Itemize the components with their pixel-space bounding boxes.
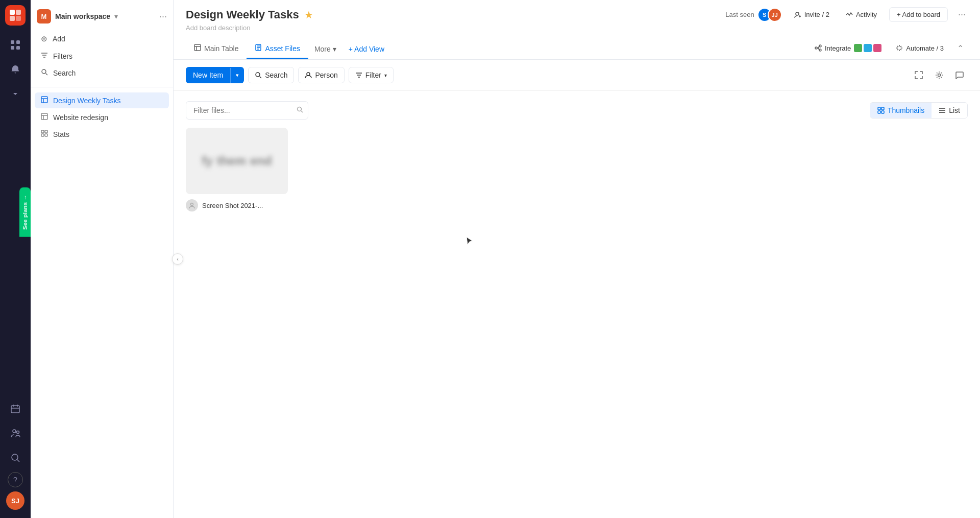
svg-rect-7 — [16, 46, 20, 50]
integrate-dot-2 — [864, 44, 872, 52]
filter-search-icon — [297, 106, 303, 114]
svg-point-19 — [796, 12, 799, 15]
see-plans-tab[interactable]: See plans → — [19, 187, 31, 237]
board-item-website-redesign[interactable]: Website redesign — [35, 109, 169, 125]
add-button[interactable]: ⊕ Add — [35, 31, 169, 47]
thumbnail-grid: fy them end Screen Shot 2021-... — [186, 128, 968, 211]
sidebar-more-button[interactable]: ··· — [159, 11, 167, 22]
tab-main-table[interactable]: Main Table — [186, 39, 247, 59]
blur-text-3: end — [250, 154, 272, 168]
board-icon-stats — [41, 130, 48, 138]
filters-button[interactable]: Filters — [35, 48, 169, 64]
download-icon[interactable] — [5, 84, 26, 104]
app-logo[interactable] — [5, 5, 26, 26]
thumbnail-image: fy them end — [186, 128, 288, 194]
board-item-stats[interactable]: Stats — [35, 126, 169, 142]
board-title: Design Weekly Tasks — [186, 8, 299, 21]
search-icon[interactable] — [5, 448, 26, 468]
svg-rect-32 — [881, 111, 884, 113]
integrate-button[interactable]: Integrate — [810, 42, 887, 54]
user-avatar[interactable]: SJ — [6, 491, 24, 510]
dashboard-icon[interactable] — [5, 35, 26, 55]
svg-rect-20 — [194, 44, 201, 51]
integrate-dot-1 — [854, 44, 862, 52]
settings-icon[interactable] — [931, 67, 947, 83]
workspace-icon: M — [37, 9, 51, 23]
search-sidebar-button[interactable]: Search — [35, 65, 169, 81]
add-view-button[interactable]: + Add View — [342, 40, 390, 58]
view-toggle: Thumbnails List — [870, 102, 968, 119]
add-to-board-button[interactable]: + Add to board — [889, 7, 948, 22]
filter-chevron-icon: ▾ — [384, 73, 387, 78]
last-seen: Last seen S JJ — [725, 8, 781, 22]
automate-button[interactable]: Automate / 3 — [891, 42, 949, 54]
svg-rect-8 — [11, 406, 19, 413]
new-item-button[interactable]: New Item ▾ — [186, 67, 244, 83]
filter-icon — [41, 52, 48, 60]
svg-point-24 — [819, 49, 821, 51]
svg-rect-14 — [41, 113, 47, 120]
thumbnails-icon — [877, 107, 885, 114]
tab-asset-files[interactable]: Asset Files — [247, 39, 308, 59]
invite-icon — [794, 11, 801, 18]
board-star-button[interactable]: ★ — [304, 9, 313, 21]
new-item-main[interactable]: New Item — [186, 67, 230, 83]
blur-text-2: them — [217, 154, 246, 168]
search-sidebar-icon — [41, 68, 48, 77]
thumbnail-card[interactable]: fy them end Screen Shot 2021-... — [186, 128, 288, 211]
board-item-design-weekly[interactable]: Design Weekly Tasks — [35, 92, 169, 108]
main-content: Design Weekly Tasks ★ Last seen S JJ — [174, 0, 980, 518]
board-title-left: Design Weekly Tasks ★ — [186, 8, 313, 21]
tabs-more-chevron-icon: ▾ — [333, 45, 336, 53]
svg-rect-1 — [16, 10, 21, 15]
new-item-dropdown-arrow[interactable]: ▾ — [230, 68, 244, 83]
main-table-tab-icon — [194, 44, 201, 53]
svg-point-12 — [42, 69, 46, 74]
svg-point-10 — [17, 431, 19, 434]
expand-icon[interactable] — [911, 67, 927, 83]
person-button[interactable]: Person — [298, 67, 344, 83]
collapse-tabs-button[interactable]: ⌃ — [953, 41, 968, 55]
thumbnail-filename: Screen Shot 2021-... — [202, 202, 263, 209]
search-button[interactable]: Search — [248, 67, 294, 83]
svg-rect-3 — [16, 16, 21, 21]
people-icon[interactable] — [5, 423, 26, 443]
svg-point-25 — [256, 73, 260, 77]
thumbnail-meta: Screen Shot 2021-... — [186, 199, 288, 211]
collapse-sidebar-button[interactable]: ‹ — [172, 253, 183, 265]
calendar-icon[interactable] — [5, 398, 26, 419]
list-view-button[interactable]: List — [932, 103, 967, 118]
search-toolbar-icon — [255, 72, 262, 79]
person-icon — [305, 72, 312, 79]
thumbnails-view-button[interactable]: Thumbnails — [870, 103, 932, 118]
svg-rect-0 — [10, 10, 15, 15]
board-description[interactable]: Add board description — [186, 24, 968, 32]
filter-button[interactable]: Filter ▾ — [349, 67, 394, 83]
boards-list: Design Weekly Tasks Website redesign S — [31, 87, 173, 142]
chat-icon[interactable] — [951, 67, 968, 83]
invite-button[interactable]: Invite / 2 — [790, 9, 834, 20]
integrate-dot-3 — [873, 44, 881, 52]
svg-rect-18 — [45, 134, 47, 136]
thumbnail-avatar — [186, 199, 198, 211]
activity-button[interactable]: Activity — [842, 9, 881, 20]
automate-icon — [896, 44, 903, 52]
svg-point-28 — [298, 107, 302, 111]
sidebar: M Main workspace ▾ ··· ⊕ Add Filters — [31, 0, 174, 518]
avatar-stack: S JJ — [757, 8, 782, 22]
asset-files-tab-icon — [255, 44, 262, 53]
tabs-row: Main Table Asset Files More ▾ + Add View — [186, 38, 968, 59]
filter-files-input[interactable] — [186, 101, 308, 120]
svg-rect-2 — [10, 16, 15, 21]
board-icon-design — [41, 96, 48, 105]
svg-point-22 — [815, 47, 817, 49]
workspace-selector[interactable]: M Main workspace ▾ — [37, 9, 159, 23]
help-icon[interactable]: ? — [8, 472, 23, 487]
board-header-more-button[interactable]: ··· — [956, 7, 968, 22]
activity-icon — [846, 11, 853, 18]
avatar-jj[interactable]: JJ — [768, 8, 782, 22]
board-header-right: Last seen S JJ Invite / 2 — [725, 7, 968, 22]
add-icon: ⊕ — [41, 34, 47, 43]
tabs-more-button[interactable]: More ▾ — [308, 40, 342, 58]
notification-icon[interactable] — [5, 59, 26, 80]
